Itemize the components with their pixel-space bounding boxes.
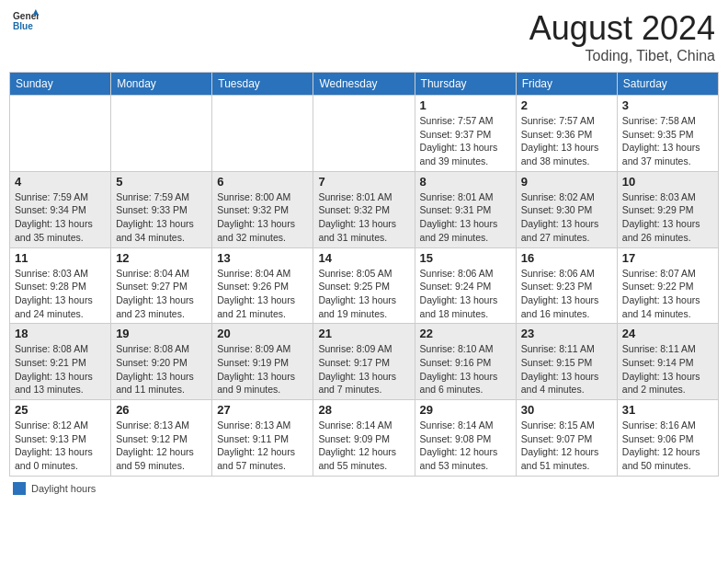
day-number: 27	[217, 403, 308, 417]
day-info: Sunrise: 8:11 AMSunset: 9:15 PMDaylight:…	[521, 342, 612, 396]
calendar-week-row: 18Sunrise: 8:08 AMSunset: 9:21 PMDayligh…	[10, 324, 719, 400]
calendar-cell: 29Sunrise: 8:14 AMSunset: 9:08 PMDayligh…	[415, 400, 516, 477]
day-number: 15	[420, 251, 511, 265]
title-block: August 2024 Toding, Tibet, China	[529, 9, 715, 64]
day-info: Sunrise: 8:06 AMSunset: 9:23 PMDaylight:…	[521, 267, 612, 321]
day-info: Sunrise: 7:57 AMSunset: 9:37 PMDaylight:…	[420, 114, 511, 168]
calendar-cell	[212, 96, 313, 172]
day-number: 12	[116, 251, 207, 265]
day-info: Sunrise: 8:10 AMSunset: 9:16 PMDaylight:…	[420, 342, 511, 396]
day-info: Sunrise: 8:08 AMSunset: 9:21 PMDaylight:…	[15, 342, 106, 396]
day-number: 16	[521, 251, 612, 265]
day-info: Sunrise: 8:15 AMSunset: 9:07 PMDaylight:…	[521, 419, 612, 473]
day-number: 24	[622, 327, 713, 340]
day-info: Sunrise: 8:05 AMSunset: 9:25 PMDaylight:…	[318, 267, 409, 321]
calendar-cell	[111, 96, 212, 172]
day-info: Sunrise: 8:12 AMSunset: 9:13 PMDaylight:…	[15, 419, 106, 473]
day-number: 5	[116, 175, 207, 189]
day-info: Sunrise: 8:14 AMSunset: 9:08 PMDaylight:…	[420, 419, 511, 473]
month-year-title: August 2024	[529, 9, 715, 48]
calendar-cell: 28Sunrise: 8:14 AMSunset: 9:09 PMDayligh…	[313, 400, 415, 477]
calendar-week-row: 1Sunrise: 7:57 AMSunset: 9:37 PMDaylight…	[10, 96, 719, 172]
calendar-cell: 13Sunrise: 8:04 AMSunset: 9:26 PMDayligh…	[212, 247, 313, 324]
legend-color-box	[13, 482, 26, 495]
calendar-cell: 18Sunrise: 8:08 AMSunset: 9:21 PMDayligh…	[10, 324, 111, 400]
logo-icon: General Blue	[13, 9, 39, 35]
calendar-cell: 17Sunrise: 8:07 AMSunset: 9:22 PMDayligh…	[617, 247, 718, 324]
day-info: Sunrise: 7:59 AMSunset: 9:33 PMDaylight:…	[116, 190, 207, 245]
calendar-cell: 25Sunrise: 8:12 AMSunset: 9:13 PMDayligh…	[10, 400, 111, 477]
day-info: Sunrise: 8:14 AMSunset: 9:09 PMDaylight:…	[318, 419, 409, 473]
calendar-cell: 3Sunrise: 7:58 AMSunset: 9:35 PMDaylight…	[617, 96, 718, 172]
calendar-table: SundayMondayTuesdayWednesdayThursdayFrid…	[9, 72, 719, 477]
day-info: Sunrise: 8:02 AMSunset: 9:30 PMDaylight:…	[521, 190, 612, 245]
calendar-cell: 11Sunrise: 8:03 AMSunset: 9:28 PMDayligh…	[10, 247, 111, 324]
day-number: 22	[420, 327, 511, 340]
day-number: 8	[420, 175, 511, 189]
day-number: 19	[116, 327, 207, 340]
day-number: 18	[15, 327, 106, 340]
day-number: 11	[15, 251, 106, 265]
day-info: Sunrise: 8:09 AMSunset: 9:19 PMDaylight:…	[217, 342, 308, 396]
calendar-week-row: 11Sunrise: 8:03 AMSunset: 9:28 PMDayligh…	[10, 247, 719, 324]
calendar-cell: 27Sunrise: 8:13 AMSunset: 9:11 PMDayligh…	[212, 400, 313, 477]
day-info: Sunrise: 8:01 AMSunset: 9:31 PMDaylight:…	[420, 190, 511, 245]
day-info: Sunrise: 8:13 AMSunset: 9:12 PMDaylight:…	[116, 419, 207, 473]
calendar-cell: 14Sunrise: 8:05 AMSunset: 9:25 PMDayligh…	[313, 247, 415, 324]
weekday-header-wednesday: Wednesday	[313, 73, 415, 96]
day-info: Sunrise: 7:58 AMSunset: 9:35 PMDaylight:…	[622, 114, 713, 168]
weekday-header-sunday: Sunday	[10, 73, 111, 96]
day-number: 2	[521, 98, 612, 112]
day-info: Sunrise: 8:00 AMSunset: 9:32 PMDaylight:…	[217, 190, 308, 245]
day-number: 6	[217, 175, 308, 189]
calendar-cell: 21Sunrise: 8:09 AMSunset: 9:17 PMDayligh…	[313, 324, 415, 400]
calendar-cell: 7Sunrise: 8:01 AMSunset: 9:32 PMDaylight…	[313, 171, 415, 247]
weekday-header-friday: Friday	[516, 73, 617, 96]
day-number: 21	[318, 327, 409, 340]
weekday-header-monday: Monday	[111, 73, 212, 96]
day-number: 17	[622, 251, 713, 265]
day-info: Sunrise: 8:16 AMSunset: 9:06 PMDaylight:…	[622, 419, 713, 473]
day-number: 29	[420, 403, 511, 417]
day-number: 9	[521, 175, 612, 189]
day-number: 3	[622, 98, 713, 112]
day-number: 14	[318, 251, 409, 265]
weekday-header-tuesday: Tuesday	[212, 73, 313, 96]
day-info: Sunrise: 8:03 AMSunset: 9:29 PMDaylight:…	[622, 190, 713, 245]
weekday-header-row: SundayMondayTuesdayWednesdayThursdayFrid…	[10, 73, 719, 96]
calendar-cell: 1Sunrise: 7:57 AMSunset: 9:37 PMDaylight…	[415, 96, 516, 172]
day-info: Sunrise: 8:07 AMSunset: 9:22 PMDaylight:…	[622, 267, 713, 321]
day-number: 31	[622, 403, 713, 417]
calendar-cell: 12Sunrise: 8:04 AMSunset: 9:27 PMDayligh…	[111, 247, 212, 324]
calendar-cell	[313, 96, 415, 172]
calendar-cell	[10, 96, 111, 172]
day-info: Sunrise: 7:59 AMSunset: 9:34 PMDaylight:…	[15, 190, 106, 245]
calendar-cell: 10Sunrise: 8:03 AMSunset: 9:29 PMDayligh…	[617, 171, 718, 247]
calendar-cell: 9Sunrise: 8:02 AMSunset: 9:30 PMDaylight…	[516, 171, 617, 247]
day-info: Sunrise: 8:03 AMSunset: 9:28 PMDaylight:…	[15, 267, 106, 321]
day-number: 4	[15, 175, 106, 189]
calendar-week-row: 4Sunrise: 7:59 AMSunset: 9:34 PMDaylight…	[10, 171, 719, 247]
calendar-cell: 23Sunrise: 8:11 AMSunset: 9:15 PMDayligh…	[516, 324, 617, 400]
logo: General Blue	[13, 9, 39, 35]
weekday-header-saturday: Saturday	[617, 73, 718, 96]
day-info: Sunrise: 8:01 AMSunset: 9:32 PMDaylight:…	[318, 190, 409, 245]
calendar-cell: 22Sunrise: 8:10 AMSunset: 9:16 PMDayligh…	[415, 324, 516, 400]
calendar-cell: 31Sunrise: 8:16 AMSunset: 9:06 PMDayligh…	[617, 400, 718, 477]
calendar-cell: 30Sunrise: 8:15 AMSunset: 9:07 PMDayligh…	[516, 400, 617, 477]
day-info: Sunrise: 8:13 AMSunset: 9:11 PMDaylight:…	[217, 419, 308, 473]
legend-label: Daylight hours	[31, 483, 96, 494]
calendar-week-row: 25Sunrise: 8:12 AMSunset: 9:13 PMDayligh…	[10, 400, 719, 477]
calendar-cell: 2Sunrise: 7:57 AMSunset: 9:36 PMDaylight…	[516, 96, 617, 172]
day-number: 23	[521, 327, 612, 340]
day-number: 13	[217, 251, 308, 265]
day-info: Sunrise: 8:08 AMSunset: 9:20 PMDaylight:…	[116, 342, 207, 396]
day-info: Sunrise: 7:57 AMSunset: 9:36 PMDaylight:…	[521, 114, 612, 168]
day-number: 30	[521, 403, 612, 417]
calendar-cell: 4Sunrise: 7:59 AMSunset: 9:34 PMDaylight…	[10, 171, 111, 247]
day-number: 1	[420, 98, 511, 112]
day-number: 20	[217, 327, 308, 340]
day-info: Sunrise: 8:09 AMSunset: 9:17 PMDaylight:…	[318, 342, 409, 396]
calendar-cell: 24Sunrise: 8:11 AMSunset: 9:14 PMDayligh…	[617, 324, 718, 400]
calendar-cell: 20Sunrise: 8:09 AMSunset: 9:19 PMDayligh…	[212, 324, 313, 400]
